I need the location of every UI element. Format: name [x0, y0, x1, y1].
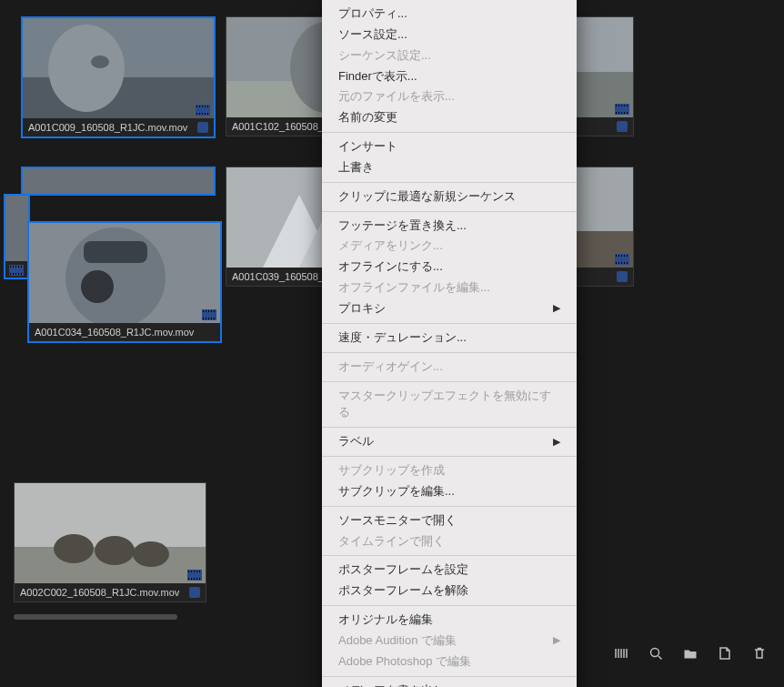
clip-thumbnail	[29, 223, 220, 323]
menu-reveal-finder[interactable]: Finderで表示...	[322, 66, 577, 87]
menu-label: ソース設定...	[338, 26, 407, 44]
menu-separator	[322, 555, 577, 556]
menu-audio-gain: オーディオゲイン...	[322, 357, 577, 378]
menu-label: オフラインにする...	[338, 258, 443, 276]
clip-thumbnail	[569, 17, 633, 117]
menu-label: Adobe Audition で編集	[338, 632, 457, 650]
video-badge-icon	[615, 254, 629, 265]
clip-thumbnail	[5, 196, 28, 261]
menu-proxy[interactable]: プロキシ▶	[322, 298, 577, 319]
menu-label: ポスターフレームを解除	[338, 582, 468, 600]
svg-point-2	[48, 25, 125, 112]
clip-label-row: A001C009_160508_R1JC.mov.mov	[23, 118, 214, 136]
menu-separator	[322, 456, 577, 457]
svg-rect-14	[84, 241, 147, 263]
menu-label: Adobe Photoshop で編集	[338, 653, 471, 671]
submenu-arrow-icon: ▶	[553, 301, 560, 316]
menu-edit-offline-files: オフラインファイルを編集...	[322, 278, 577, 298]
menu-rename[interactable]: 名前の変更	[322, 107, 577, 128]
menu-label: 元のファイルを表示...	[338, 88, 455, 106]
menu-properties[interactable]: プロパティ...	[322, 4, 577, 25]
menu-separator	[322, 427, 577, 428]
menu-label: オリジナルを編集	[338, 611, 433, 629]
menu-open-source-monitor[interactable]: ソースモニターで開く	[322, 510, 577, 531]
svg-rect-9	[23, 168, 214, 194]
menu-separator	[322, 182, 577, 183]
clip-item-ghost	[4, 194, 30, 279]
new-item-icon[interactable]	[717, 645, 733, 662]
menu-label: Finderで表示...	[338, 68, 417, 86]
clip-label-row	[569, 117, 633, 136]
video-badge-icon	[615, 104, 629, 115]
menu-reveal-original: 元のファイルを表示...	[322, 86, 577, 107]
menu-label: 名前の変更	[338, 109, 397, 126]
menu-new-sequence-from-clip[interactable]: クリップに最適な新規シーケンス	[322, 187, 577, 207]
menu-separator	[322, 211, 577, 212]
clip-item[interactable]	[568, 16, 634, 136]
clip-item[interactable]: A001C009_160508_R1JC.mov.mov	[21, 16, 216, 138]
menu-replace-footage[interactable]: フッテージを置き換え...	[322, 216, 577, 237]
menu-label: メディアをリンク...	[338, 237, 443, 255]
media-type-icon	[189, 587, 200, 598]
clip-item[interactable]: A002C002_160508_R1JC.mov.mov	[14, 482, 206, 602]
media-type-icon	[617, 271, 628, 282]
menu-separator	[322, 352, 577, 353]
clip-item-ghost	[21, 167, 216, 196]
menu-insert[interactable]: インサート	[322, 136, 577, 157]
menu-set-poster-frame[interactable]: ポスターフレームを設定	[322, 560, 577, 581]
horizontal-scrollbar[interactable]	[14, 614, 177, 620]
menu-separator	[322, 381, 577, 382]
menu-label: プロキシ	[338, 300, 386, 318]
menu-disable-master-effect: マスタークリップエフェクトを無効にする	[322, 386, 577, 424]
clip-label-row: A002C002_160508_R1JC.mov.mov	[15, 583, 206, 601]
menu-make-offline[interactable]: オフラインにする...	[322, 257, 577, 278]
clip-thumbnail	[569, 167, 633, 268]
menu-separator	[322, 506, 577, 507]
menu-label: オフラインファイルを編集...	[338, 279, 490, 297]
clip-thumbnail	[23, 168, 214, 194]
menu-sequence-settings: シーケンス設定...	[322, 45, 577, 66]
svg-rect-10	[5, 196, 28, 261]
menu-label: プロパティ...	[338, 5, 407, 23]
menu-edit-subclip[interactable]: サブクリップを編集...	[322, 481, 577, 502]
menu-speed-duration[interactable]: 速度・デュレーション...	[322, 328, 577, 349]
menu-label[interactable]: ラベル▶	[322, 431, 577, 452]
clip-item[interactable]	[568, 167, 634, 287]
menu-label-text: ラベル	[338, 433, 374, 450]
submenu-arrow-icon: ▶	[553, 633, 560, 648]
panel-footer-toolbar	[613, 645, 768, 662]
video-badge-icon	[9, 265, 24, 276]
trash-icon[interactable]	[751, 645, 768, 662]
video-badge-icon	[196, 105, 210, 116]
menu-source-settings[interactable]: ソース設定...	[322, 25, 577, 45]
menu-label: フッテージを置き換え...	[338, 217, 467, 235]
clip-item[interactable]: A001C034_160508_R1JC.mov.mov	[27, 221, 222, 343]
menu-separator	[322, 132, 577, 133]
menu-label: インサート	[338, 138, 397, 156]
menu-edit-audition: Adobe Audition で編集▶	[322, 631, 577, 652]
clip-filename: A001C009_160508_R1JC.mov.mov	[28, 122, 197, 133]
menu-edit-photoshop: Adobe Photoshop で編集	[322, 652, 577, 672]
svg-point-25	[651, 649, 659, 657]
submenu-arrow-icon: ▶	[553, 435, 560, 450]
search-icon[interactable]	[648, 645, 664, 662]
svg-point-24	[133, 541, 169, 567]
list-view-icon[interactable]	[613, 645, 629, 662]
menu-edit-original[interactable]: オリジナルを編集	[322, 610, 577, 631]
svg-point-13	[81, 270, 114, 303]
menu-label: タイムラインで開く	[338, 533, 445, 551]
clip-label-row: A001C034_160508_R1JC.mov.mov	[29, 323, 220, 341]
svg-point-22	[54, 534, 94, 563]
clip-thumbnail	[15, 483, 206, 583]
menu-label: サブクリップを編集...	[338, 483, 455, 500]
svg-point-23	[95, 536, 135, 565]
new-bin-icon[interactable]	[682, 645, 699, 662]
menu-separator	[322, 605, 577, 606]
media-type-icon	[197, 122, 208, 133]
menu-make-subclip: サブクリップを作成	[322, 460, 577, 481]
video-badge-icon	[202, 309, 216, 320]
menu-overwrite[interactable]: 上書き	[322, 157, 577, 178]
video-badge-icon	[187, 570, 202, 581]
menu-export-media[interactable]: メディアを書き出し...	[322, 681, 577, 687]
menu-clear-poster-frame[interactable]: ポスターフレームを解除	[322, 581, 577, 601]
